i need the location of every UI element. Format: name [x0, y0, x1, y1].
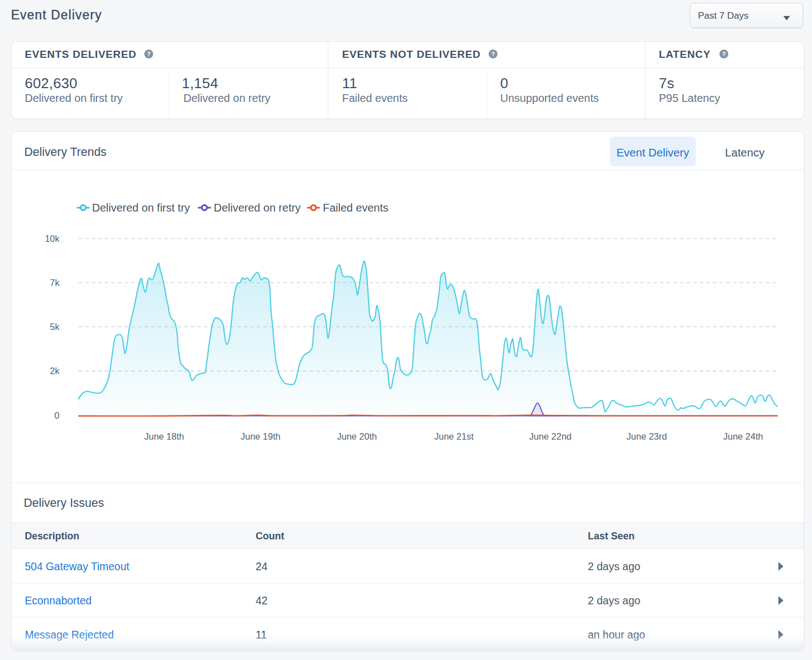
svg-text:Delivered on first try: Delivered on first try — [92, 202, 190, 214]
svg-text:0: 0 — [55, 410, 59, 420]
svg-text:June 23rd: June 23rd — [626, 431, 667, 441]
svg-text:Delivered on retry: Delivered on retry — [214, 202, 301, 214]
svg-text:June 22nd: June 22nd — [529, 431, 571, 441]
svg-text:7k: 7k — [50, 278, 60, 288]
svg-text:June 19th: June 19th — [241, 431, 280, 441]
svg-text:June 18th: June 18th — [144, 431, 184, 441]
svg-text:June 24th: June 24th — [723, 431, 763, 441]
svg-text:June 20th: June 20th — [337, 431, 377, 441]
svg-text:5k: 5k — [50, 322, 60, 332]
svg-text:10k: 10k — [45, 234, 59, 244]
svg-text:June 21st: June 21st — [434, 431, 474, 441]
svg-text:Failed events: Failed events — [323, 202, 388, 214]
svg-text:2k: 2k — [50, 366, 60, 376]
